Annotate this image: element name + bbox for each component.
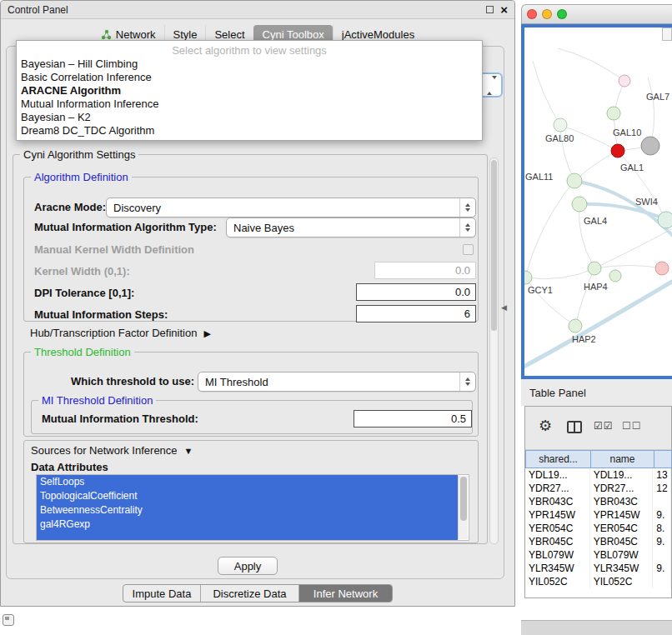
algorithm-option[interactable]: Dream8 DC_TDC Algorithm	[21, 124, 482, 138]
list-item[interactable]: SelfLoops	[37, 475, 458, 489]
close-traffic-light-icon[interactable]	[527, 9, 537, 19]
table-row[interactable]: YPR145WYPR145W9.	[525, 508, 671, 522]
table-cell[interactable]: YER054C	[525, 522, 590, 535]
table-cell[interactable]: YDR27...	[590, 482, 654, 495]
list-item[interactable]: TopologicalCoefficient	[37, 489, 458, 503]
column-header[interactable]: shared...	[525, 450, 591, 468]
network-node[interactable]	[619, 75, 630, 87]
table-cell[interactable]: YLR345W	[590, 562, 654, 575]
network-node[interactable]	[607, 107, 620, 120]
table-cell[interactable]: YDL19...	[590, 468, 654, 482]
tab-impute-data[interactable]: Impute Data	[123, 585, 200, 602]
zoom-traffic-light-icon[interactable]	[557, 9, 567, 19]
table-cell[interactable]: YER054C	[590, 522, 654, 535]
attribute-list-scrollbar[interactable]	[458, 476, 468, 539]
algorithm-option[interactable]: Bayesian – K2	[21, 111, 482, 124]
table-row[interactable]: YBR045CYBR045C9.	[525, 535, 671, 548]
table-cell[interactable]: 13	[653, 468, 671, 482]
network-edge[interactable]	[525, 268, 594, 279]
table-cell[interactable]: YBL079W	[525, 548, 590, 562]
table-cell[interactable]: 8.	[653, 522, 671, 535]
table-row[interactable]: YDL19...YDL19...13	[525, 468, 671, 482]
table-row[interactable]: YLR345WYLR345W9.	[525, 562, 671, 575]
float-window-icon[interactable]	[486, 6, 494, 13]
columns-icon[interactable]	[567, 421, 582, 433]
network-node[interactable]	[611, 144, 624, 158]
manual-kernel-checkbox[interactable]	[463, 244, 474, 255]
algorithm-option[interactable]: Bayesian – Hill Climbing	[21, 58, 482, 71]
table-cell[interactable]: YBR045C	[590, 535, 654, 548]
deselect-all-boxes-icon[interactable]: ☐☐	[622, 420, 642, 432]
chevron-down-icon[interactable]: ▼	[184, 446, 193, 456]
network-view[interactable]: GAL80GAL10GAL1GAL11GAL4SWI4GAL7GCY1HAP4H…	[524, 28, 672, 376]
tab-infer-network[interactable]: Infer Network	[298, 585, 392, 602]
table-cell[interactable]: 9.	[653, 562, 671, 575]
column-header[interactable]	[654, 450, 672, 468]
table-cell[interactable]: YDL19...	[525, 468, 590, 482]
table-cell[interactable]	[653, 575, 671, 588]
splitter-collapse-icon[interactable]: ◀	[501, 303, 507, 312]
column-header[interactable]: name	[590, 450, 654, 468]
settings-scrollbar[interactable]	[489, 158, 499, 544]
scrollbar-thumb[interactable]	[491, 160, 497, 331]
kernel-width-field[interactable]: 0.0	[374, 262, 476, 279]
table-cell[interactable]: YDR27...	[525, 482, 590, 495]
mi-type-select[interactable]: Naive Bayes	[226, 218, 476, 238]
table-cell[interactable]: YLR345W	[525, 562, 590, 575]
network-node[interactable]	[569, 319, 582, 332]
table-cell[interactable]: YBL079W	[590, 548, 654, 562]
table-cell[interactable]: YPR145W	[590, 508, 654, 522]
network-edge[interactable]	[579, 204, 594, 268]
mi-threshold-field[interactable]: 0.5	[354, 410, 472, 428]
network-node[interactable]	[658, 212, 672, 228]
table-cell[interactable]: YIL052C	[590, 575, 654, 588]
minimized-panel-icon[interactable]	[3, 614, 14, 626]
algorithm-option[interactable]: Mutual Information Inference	[21, 98, 482, 111]
list-item-partial[interactable]	[37, 532, 458, 541]
list-item[interactable]: gal4RGexp	[37, 518, 458, 532]
network-edge[interactable]	[594, 266, 662, 269]
table-cell[interactable]: YPR145W	[525, 508, 590, 522]
table-row[interactable]: YBR043CYBR043C	[525, 495, 671, 508]
table-cell[interactable]: YBR043C	[590, 495, 654, 508]
chevron-right-icon[interactable]: ▶	[203, 328, 210, 339]
which-threshold-select[interactable]: MI Threshold	[198, 372, 476, 392]
network-node[interactable]	[524, 271, 532, 284]
network-node[interactable]	[655, 262, 669, 275]
table-cell[interactable]: 9.	[653, 508, 671, 522]
list-item[interactable]: BetweennessCentrality	[37, 503, 458, 518]
apply-button[interactable]: Apply	[218, 557, 278, 575]
hub-section-toggle[interactable]: Hub/Transcription Factor Definition▶	[30, 327, 211, 339]
network-edge[interactable]	[648, 78, 654, 146]
network-scrollbar-corner[interactable]	[662, 28, 672, 41]
network-edge[interactable]	[575, 268, 594, 326]
select-all-checks-icon[interactable]: ☑☑	[594, 420, 614, 432]
table-row[interactable]: YBL079WYBL079W	[525, 548, 671, 562]
algorithm-option[interactable]: Basic Correlation Inference	[21, 71, 482, 84]
network-edge[interactable]	[574, 181, 672, 238]
table-cell[interactable]: YIL052C	[525, 575, 590, 588]
mi-steps-field[interactable]: 6	[356, 305, 476, 322]
network-edge[interactable]	[525, 181, 574, 278]
table-row[interactable]: YIL052CYIL052C	[525, 575, 671, 588]
minimize-traffic-light-icon[interactable]	[542, 9, 552, 19]
network-node[interactable]	[588, 262, 601, 275]
table-cell[interactable]	[653, 495, 671, 508]
network-node[interactable]	[554, 118, 567, 132]
gear-icon[interactable]: ⚙	[539, 417, 552, 435]
scrollbar-thumb[interactable]	[460, 477, 467, 521]
table-row[interactable]: YDR27...YDR27...12	[525, 482, 671, 495]
network-canvas[interactable]: GAL80GAL10GAL1GAL11GAL4SWI4GAL7GCY1HAP4H…	[524, 28, 672, 376]
table-cell[interactable]: 9.	[653, 535, 671, 548]
close-icon[interactable]: ×	[500, 4, 508, 16]
network-edge[interactable]	[558, 48, 624, 81]
network-node[interactable]	[572, 197, 587, 212]
network-node[interactable]	[641, 137, 659, 155]
table-cell[interactable]: YBR045C	[525, 535, 590, 548]
table-cell[interactable]: YBR043C	[525, 495, 590, 508]
dpi-tolerance-field[interactable]: 0.0	[356, 283, 476, 301]
sources-toggle[interactable]: Sources for Network Inference▼	[31, 444, 193, 457]
table-cell[interactable]: 12	[653, 482, 671, 495]
aracne-mode-select[interactable]: Discovery	[106, 198, 476, 218]
table-row[interactable]: YER054CYER054C8.	[525, 522, 671, 535]
